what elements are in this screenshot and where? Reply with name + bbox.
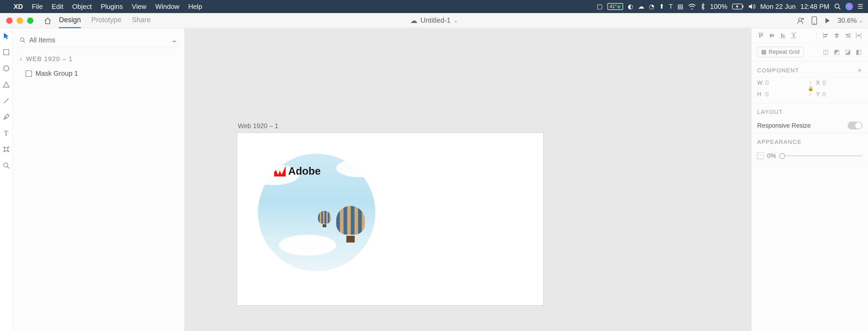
siri-icon[interactable]: [845, 3, 853, 10]
zoom-tool[interactable]: [2, 161, 10, 170]
layer-item[interactable]: Mask Group 1: [18, 67, 179, 80]
lock-aspect-icon[interactable]: 🔒: [808, 86, 813, 91]
canvas[interactable]: Web 1920 – 1 Adobe: [185, 28, 751, 331]
align-right-icon[interactable]: [844, 32, 851, 39]
svg-line-3: [839, 7, 840, 9]
svg-rect-28: [824, 34, 828, 35]
battery-icon[interactable]: [732, 4, 744, 9]
ellipse-tool[interactable]: [2, 64, 10, 73]
artboard-name-label[interactable]: Web 1920 – 1: [238, 122, 278, 130]
responsive-resize-toggle[interactable]: [848, 122, 862, 130]
text-tool[interactable]: T: [2, 129, 10, 137]
text-icon[interactable]: T: [669, 3, 673, 10]
boolean-subtract-icon[interactable]: ◩: [833, 48, 840, 56]
mask-group-shape[interactable]: Adobe: [258, 154, 375, 271]
boolean-intersect-icon[interactable]: ◪: [844, 48, 851, 56]
boolean-add-icon[interactable]: ◫: [822, 48, 829, 56]
svg-rect-31: [835, 34, 839, 35]
layers-filter-dropdown[interactable]: All Items ⌄: [18, 32, 179, 48]
align-top-icon[interactable]: [757, 32, 765, 39]
menu-help[interactable]: Help: [188, 3, 202, 11]
notification-center-icon[interactable]: ☰: [858, 3, 863, 10]
artboard-breadcrumb[interactable]: ‹ WEB 1920 – 1: [18, 48, 179, 67]
app-name[interactable]: XD: [13, 3, 23, 11]
align-left-icon[interactable]: [822, 32, 829, 39]
svg-point-5: [802, 18, 804, 20]
menu-plugins[interactable]: Plugins: [101, 3, 123, 11]
balloon-image: [318, 211, 331, 227]
minimize-window-button[interactable]: [17, 18, 23, 24]
adobe-logo: Adobe: [274, 165, 320, 177]
display-icon[interactable]: ▤: [677, 3, 683, 10]
distribute-v-icon[interactable]: [790, 32, 797, 39]
artboard[interactable]: Adobe: [237, 133, 544, 305]
cloud-icon[interactable]: ☁: [638, 3, 644, 10]
svg-rect-34: [845, 34, 849, 35]
component-section-header: COMPONENT +: [751, 61, 868, 77]
document-title[interactable]: ☁ Untitled-1 ⌄: [410, 17, 458, 25]
play-preview-icon[interactable]: [824, 17, 831, 24]
boolean-exclude-icon[interactable]: ◧: [855, 48, 862, 56]
menu-object[interactable]: Object: [72, 3, 92, 11]
line-tool[interactable]: [2, 96, 10, 105]
transform-section: W 0 ┐ 🔒 ┘ X 0 H 0 Y 0: [751, 78, 868, 103]
invite-icon[interactable]: [797, 17, 805, 25]
x-input[interactable]: 0: [823, 79, 862, 86]
appearance-section-header: APPEARANCE: [751, 133, 868, 148]
volume-icon[interactable]: [748, 3, 755, 10]
menu-file[interactable]: File: [32, 3, 43, 11]
menu-window[interactable]: Window: [155, 3, 179, 11]
bluetooth-icon[interactable]: [701, 3, 705, 10]
home-button[interactable]: [44, 17, 52, 24]
opacity-value[interactable]: 0%: [767, 152, 776, 160]
zoom-dropdown[interactable]: 30.6% ⌄: [837, 17, 863, 25]
maximize-window-button[interactable]: [27, 18, 33, 24]
battery-percent[interactable]: 100%: [710, 3, 727, 11]
cloud-doc-icon: ☁: [410, 17, 417, 25]
wifi-icon[interactable]: [688, 4, 696, 9]
repeat-grid-label: Repeat Grid: [769, 49, 800, 55]
weather-widget[interactable]: 41° ◉: [608, 3, 623, 10]
opacity-swatch-icon[interactable]: [757, 153, 764, 159]
menubar-time[interactable]: 12:48 PM: [801, 3, 829, 11]
add-component-button[interactable]: +: [858, 66, 862, 75]
svg-rect-8: [4, 50, 9, 55]
spotlight-icon[interactable]: [834, 3, 841, 10]
chevron-down-icon: ⌄: [859, 18, 863, 24]
chevron-down-icon: ⌄: [172, 36, 177, 44]
filter-label: All Items: [29, 36, 168, 44]
chevron-left-icon: ‹: [20, 55, 23, 63]
align-vcenter-icon[interactable]: [768, 32, 775, 39]
traffic-lights: [0, 18, 33, 24]
menu-edit[interactable]: Edit: [52, 3, 63, 11]
tab-prototype[interactable]: Prototype: [91, 13, 122, 28]
polygon-tool[interactable]: [2, 80, 10, 89]
status-icon-1[interactable]: ◐: [628, 3, 633, 10]
facetime-icon[interactable]: ▢: [597, 3, 603, 10]
align-bottom-icon[interactable]: [779, 32, 786, 39]
rectangle-tool[interactable]: [2, 48, 10, 56]
width-input[interactable]: 0: [765, 79, 805, 86]
tab-design[interactable]: Design: [59, 13, 81, 28]
opacity-slider[interactable]: [779, 155, 862, 156]
repeat-grid-button[interactable]: ▦ Repeat Grid: [757, 47, 804, 57]
y-input[interactable]: 0: [823, 90, 862, 98]
upload-icon[interactable]: ⬆: [659, 3, 664, 10]
link-corner-icon: ┘: [809, 92, 812, 98]
tab-share[interactable]: Share: [132, 13, 151, 28]
align-hcenter-icon[interactable]: [833, 32, 840, 39]
svg-rect-19: [770, 33, 772, 37]
link-corner-icon: ┐: [809, 79, 812, 85]
menu-view[interactable]: View: [132, 3, 146, 11]
distribute-h-icon[interactable]: [855, 32, 862, 39]
status-icon-2[interactable]: ◔: [649, 3, 654, 10]
grid-icon: ▦: [761, 49, 767, 55]
select-tool[interactable]: [2, 32, 10, 40]
pen-tool[interactable]: [2, 113, 10, 121]
height-input[interactable]: 0: [765, 90, 805, 98]
close-window-button[interactable]: [6, 18, 12, 24]
device-preview-icon[interactable]: [811, 16, 817, 25]
artboard-tool[interactable]: [2, 145, 10, 154]
x-label: X: [816, 79, 820, 86]
menubar-date[interactable]: Mon 22 Jun: [760, 3, 796, 11]
